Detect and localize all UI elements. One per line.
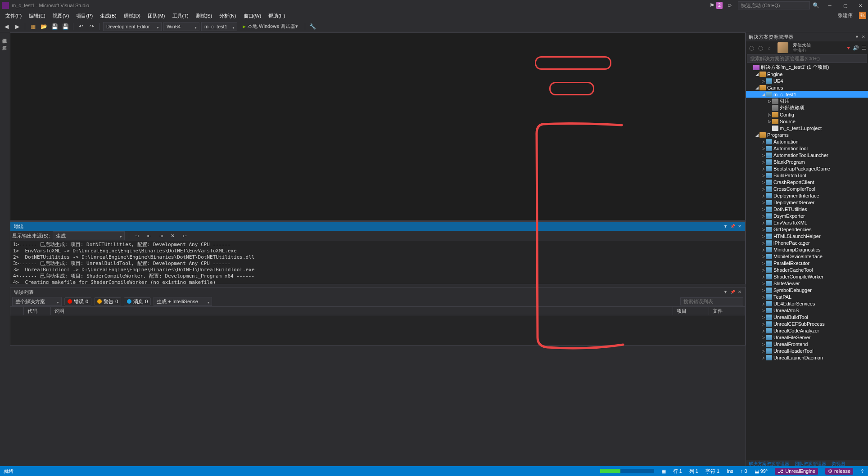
tree-node[interactable]: ▷DotNETUtilities [746, 206, 868, 212]
tree-node[interactable]: ▷UE4 [746, 77, 868, 84]
close-button[interactable]: ✕ [853, 0, 868, 11]
tree-node[interactable]: ▷UE4EditorServices [746, 300, 868, 307]
menu-item[interactable]: 视图(V) [49, 12, 73, 20]
tree-node[interactable]: ▷BlankProgram [746, 158, 868, 165]
error-list-title[interactable]: 错误列表 ▼📌✕ [10, 287, 745, 296]
solution-explorer-title[interactable]: 解决方案资源管理器 ▼✕ [746, 32, 868, 41]
tree-node[interactable]: ▷UnrealAtoS [746, 307, 868, 314]
tree-node[interactable]: ◢Programs [746, 131, 868, 138]
tree-node[interactable]: ▷SlateViewer [746, 280, 868, 287]
nav-fwd-icon[interactable]: ▶ [13, 22, 22, 31]
search-icon[interactable]: 🔍 [813, 2, 819, 9]
header-project[interactable]: 项目 [673, 307, 709, 315]
menu-item[interactable]: 帮助(H) [265, 12, 289, 20]
notification-flag-icon[interactable]: ⚑ [710, 2, 714, 9]
tree-node[interactable]: ▷UnrealCEFSubProcess [746, 320, 868, 327]
wordwrap-icon[interactable]: ↩ [180, 231, 189, 240]
tree-node[interactable]: ▷HTML5LaunchHelper [746, 233, 868, 239]
tree-node[interactable]: ◢Games [746, 84, 868, 91]
tree-node[interactable]: ▷Source [746, 118, 868, 125]
tree-node[interactable]: ▷DeploymentServer [746, 199, 868, 206]
menu-item[interactable]: 调试(D) [120, 12, 144, 20]
tree-node[interactable]: ▷SymbolDebugger [746, 287, 868, 293]
playlist-icon[interactable]: ☰ [862, 45, 866, 51]
errors-filter-button[interactable]: 错误 0 [64, 297, 91, 305]
tree-node[interactable]: ▷ShaderCompileWorker [746, 273, 868, 280]
save-all-icon[interactable]: 💾 [61, 22, 70, 31]
tree-node[interactable]: ▷AutomationToolLauncher [746, 152, 868, 158]
platform-dropdown[interactable]: Win64 [163, 22, 199, 31]
error-scope-dropdown[interactable]: 整个解决方案 [12, 297, 62, 306]
save-icon[interactable]: 💾 [50, 22, 59, 31]
tree-node[interactable]: ▷DeploymentInterface [746, 192, 868, 199]
notification-count[interactable]: 2 [716, 2, 723, 9]
tree-node[interactable]: ▷UnrealCodeAnalyzer [746, 327, 868, 334]
goto-icon[interactable]: ↪ [133, 231, 142, 240]
menu-item[interactable]: 工具(T) [169, 12, 192, 20]
menu-item[interactable]: 分析(N) [216, 12, 240, 20]
menu-item[interactable]: 窗口(W) [240, 12, 265, 20]
fwd-icon[interactable]: ◯ [757, 44, 764, 51]
tree-node[interactable]: ▷CrashReportClient [746, 179, 868, 185]
maximize-button[interactable]: ▢ [837, 0, 853, 11]
tree-node[interactable]: ▷UnrealFileServer [746, 334, 868, 341]
tree-node[interactable]: ▷AutomationTool [746, 145, 868, 152]
tree-node[interactable]: ▷MinidumpDiagnostics [746, 246, 868, 253]
header-desc[interactable]: 说明 [51, 307, 673, 315]
tree-node[interactable]: ◢m_c_test1 [746, 91, 868, 98]
status-publish-icon[interactable]: ⇪ [860, 468, 864, 474]
tree-node[interactable]: ▷BuildPatchTool [746, 172, 868, 179]
tree-node[interactable]: ▷ShaderCacheTool [746, 266, 868, 273]
clear-icon[interactable]: ✕ [168, 231, 177, 240]
error-search-input[interactable] [680, 297, 743, 305]
solution-search-input[interactable] [747, 54, 867, 63]
menu-item[interactable]: 项目(P) [72, 12, 96, 20]
tree-node[interactable]: ▷UnrealLaunchDaemon [746, 354, 868, 361]
quick-launch-input[interactable]: 快速启动 (Ctrl+Q) [738, 1, 810, 9]
close-panel-icon[interactable]: ✕ [738, 222, 741, 231]
solution-tree[interactable]: 解决方案'm_c_test1' (1 个项目)◢Engine▷UE4◢Games… [746, 63, 868, 460]
menu-item[interactable]: 编辑(E) [25, 12, 49, 20]
undo-icon[interactable]: ↶ [77, 22, 86, 31]
tree-node[interactable]: ▷CrossCompilerTool [746, 185, 868, 192]
tree-node[interactable]: ▷引用 [746, 98, 868, 104]
solution-config-dropdown[interactable]: Development Editor [103, 22, 162, 31]
prev-msg-icon[interactable]: ⇤ [145, 231, 154, 240]
startup-project-dropdown[interactable]: m_c_test1 [201, 22, 237, 31]
tree-node[interactable]: ▷UnrealHeaderTool [746, 347, 868, 354]
header-code[interactable]: 代码 [24, 307, 51, 315]
heart-icon[interactable]: ♥ [847, 45, 850, 51]
user-name-label[interactable]: 张建伟 [838, 12, 853, 19]
tree-node[interactable]: ▷iPhonePackager [746, 239, 868, 246]
tree-node[interactable]: ▷ParallelExecutor [746, 260, 868, 266]
pin-icon[interactable]: 📌 [730, 222, 735, 231]
tool-icon[interactable]: 🔧 [308, 22, 317, 31]
warnings-filter-button[interactable]: 警告 0 [94, 297, 121, 305]
tree-node[interactable]: 外部依赖项 [746, 104, 868, 111]
tree-node[interactable]: ▷DsymExporter [746, 212, 868, 219]
status-errors[interactable]: ↑ 0 [741, 468, 747, 474]
redo-icon[interactable]: ↷ [87, 22, 96, 31]
open-icon[interactable]: 📂 [39, 22, 48, 31]
next-msg-icon[interactable]: ⇥ [157, 231, 166, 240]
nav-back-icon[interactable]: ◀ [2, 22, 11, 31]
start-debugger-button[interactable]: 本地 Windows 调试器 ▾ [239, 22, 302, 31]
output-content[interactable]: 1>------ 已启动生成: 项目: DotNETUtilities, 配置:… [10, 241, 745, 284]
tree-node[interactable]: ▷GitDependencies [746, 226, 868, 233]
status-source-control[interactable]: ⎇ UnrealEngine [775, 468, 818, 475]
feedback-icon[interactable]: ☺ [727, 2, 732, 9]
tree-node[interactable]: ▷EnvVarsToXML [746, 219, 868, 226]
volume-icon[interactable]: 🔊 [853, 45, 859, 51]
tree-node[interactable]: ▷Automation [746, 138, 868, 145]
menu-item[interactable]: 文件(F) [2, 12, 25, 20]
back-icon[interactable]: ◯ [748, 44, 755, 51]
user-avatar[interactable]: 张 [859, 12, 866, 19]
home-icon[interactable]: ⌂ [766, 44, 773, 51]
menu-item[interactable]: 团队(M) [144, 12, 169, 20]
menu-item[interactable]: 生成(B) [96, 12, 120, 20]
autohide-icon[interactable]: ▼ [723, 222, 728, 231]
toolbox-tab[interactable]: 工具箱 [0, 40, 8, 45]
tree-node[interactable]: m_c_test1.uproject [746, 125, 868, 131]
status-config[interactable]: ⚙ release [825, 468, 853, 475]
tree-node[interactable]: ▷Config [746, 111, 868, 118]
